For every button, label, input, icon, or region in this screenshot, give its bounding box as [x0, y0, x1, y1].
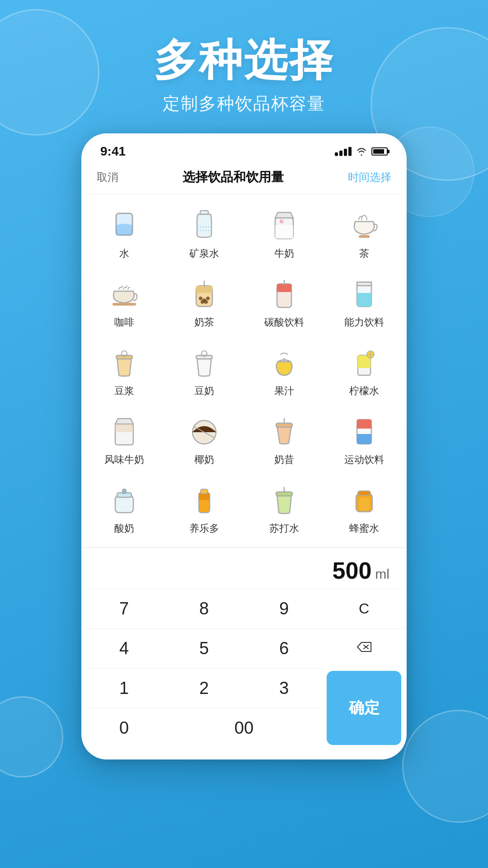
drink-label-mineral: 矿泉水 — [189, 247, 219, 260]
honey-water-icon — [346, 481, 382, 517]
drink-label-lemon-water: 柠檬水 — [349, 384, 379, 398]
drink-label-flavored-milk: 风味牛奶 — [104, 453, 144, 467]
num-1-button[interactable]: 1 — [84, 668, 164, 708]
drink-label-juice: 果汁 — [274, 384, 294, 398]
drink-item-milk[interactable]: M 牛奶 — [244, 199, 324, 268]
drink-item-soymilk[interactable]: 豆奶 — [164, 336, 244, 405]
svg-point-16 — [204, 300, 208, 304]
svg-point-14 — [206, 297, 210, 300]
cancel-button[interactable]: 取消 — [97, 170, 118, 184]
drink-item-sports[interactable]: 运动饮料 — [324, 405, 404, 474]
milk-tea-icon — [186, 275, 222, 311]
confirm-button[interactable]: 确定 — [327, 671, 401, 745]
lemon-water-icon — [346, 344, 382, 380]
drink-label-soymilk: 豆奶 — [194, 384, 214, 398]
svg-text:M: M — [280, 219, 283, 224]
amount-unit: ml — [375, 566, 389, 582]
svg-rect-18 — [277, 284, 291, 292]
hero-section: 多种选择 定制多种饮品杯容量 — [0, 0, 488, 133]
drink-label-smoothie: 奶昔 — [274, 453, 294, 467]
svg-rect-21 — [357, 293, 371, 307]
num-00-button[interactable]: 00 — [164, 708, 324, 748]
svg-rect-48 — [201, 489, 208, 494]
coffee-icon — [106, 275, 142, 311]
drink-item-lemon-water[interactable]: 柠檬水 — [324, 336, 404, 405]
svg-rect-35 — [115, 424, 133, 432]
soda-water-icon — [266, 481, 302, 517]
svg-rect-45 — [122, 489, 126, 494]
svg-rect-8 — [113, 303, 136, 306]
battery-icon — [371, 147, 388, 156]
drink-label-soymilk-warm: 豆浆 — [114, 384, 134, 398]
nav-title: 选择饮品和饮用量 — [183, 169, 284, 186]
hero-subtitle: 定制多种饮品杯容量 — [0, 92, 488, 115]
drink-label-yogurt: 酸奶 — [114, 522, 134, 535]
drink-item-energy[interactable]: 能力饮料 — [324, 268, 404, 336]
num-5-button[interactable]: 5 — [164, 628, 244, 668]
svg-rect-7 — [359, 235, 370, 238]
amount-value: 500 — [333, 557, 372, 584]
drink-label-honey-water: 蜂蜜水 — [349, 522, 379, 535]
drink-item-yakult[interactable]: 养乐多 — [164, 474, 244, 542]
svg-rect-22 — [357, 282, 371, 286]
nav-header: 取消 选择饮品和饮用量 时间选择 — [84, 162, 404, 194]
svg-rect-43 — [115, 495, 133, 513]
drink-item-mineral[interactable]: 矿泉水 — [164, 199, 244, 268]
drink-item-flavored-milk[interactable]: 风味牛奶 — [84, 405, 164, 474]
num-4-button[interactable]: 4 — [84, 628, 164, 668]
drink-item-yogurt[interactable]: 酸奶 — [84, 474, 164, 542]
num-3-button[interactable]: 3 — [244, 668, 324, 708]
drink-label-coffee: 咖啡 — [114, 316, 134, 329]
wifi-icon — [356, 147, 367, 156]
juice-icon — [266, 344, 302, 380]
drink-item-honey-water[interactable]: 蜂蜜水 — [324, 474, 404, 542]
num-6-button[interactable]: 6 — [244, 628, 324, 668]
drink-grid: 水 矿泉水 — [84, 194, 404, 547]
yogurt-icon — [106, 481, 142, 517]
drink-label-sports: 运动饮料 — [344, 453, 384, 467]
svg-point-15 — [201, 300, 204, 304]
drink-item-water[interactable]: 水 — [84, 199, 164, 268]
svg-rect-5 — [275, 225, 293, 239]
num-0-button[interactable]: 0 — [84, 708, 164, 748]
num-7-button[interactable]: 7 — [84, 589, 164, 628]
drink-item-smoothie[interactable]: 奶昔 — [244, 405, 324, 474]
milk-icon: M — [266, 206, 302, 242]
soda-icon — [266, 275, 302, 311]
time-select-button[interactable]: 时间选择 — [348, 170, 391, 184]
drink-item-coffee[interactable]: 咖啡 — [84, 268, 164, 336]
numpad: 7 8 9 C 4 5 6 1 2 3 确定 0 00 — [84, 589, 404, 757]
delete-button[interactable] — [324, 628, 404, 668]
clear-button[interactable]: C — [324, 589, 404, 628]
amount-display: 500 ml — [84, 548, 404, 589]
num-8-button[interactable]: 8 — [164, 589, 244, 628]
num-9-button[interactable]: 9 — [244, 589, 324, 628]
svg-rect-52 — [358, 491, 371, 495]
svg-point-12 — [199, 297, 202, 300]
yakult-icon — [186, 481, 222, 517]
drink-item-juice[interactable]: 果汁 — [244, 336, 324, 405]
drink-label-milk: 牛奶 — [274, 247, 294, 260]
phone-mockup: 9:41 取消 选择饮品和饮用量 时间选择 — [0, 133, 488, 760]
mineral-water-icon — [186, 206, 222, 242]
coconut-milk-icon — [186, 412, 222, 448]
water-icon — [106, 206, 142, 242]
tea-icon — [346, 206, 382, 242]
status-icons — [335, 147, 388, 156]
status-time: 9:41 — [100, 144, 126, 159]
svg-marker-34 — [115, 419, 133, 424]
drink-item-soda[interactable]: 碳酸饮料 — [244, 268, 324, 336]
svg-rect-42 — [357, 434, 371, 444]
drink-item-soymilk-warm[interactable]: 豆浆 — [84, 336, 164, 405]
signal-icon — [335, 147, 352, 156]
drink-item-milk-tea[interactable]: 奶茶 — [164, 268, 244, 336]
drink-item-soda-water[interactable]: 苏打水 — [244, 474, 324, 542]
num-2-button[interactable]: 2 — [164, 668, 244, 708]
svg-rect-41 — [357, 420, 371, 429]
sports-drink-icon — [346, 412, 382, 448]
soymilk-warm-icon — [106, 344, 142, 380]
drink-item-tea[interactable]: 茶 — [324, 199, 404, 268]
smoothie-icon — [266, 412, 302, 448]
drink-item-coconut[interactable]: 椰奶 — [164, 405, 244, 474]
flavored-milk-icon — [106, 412, 142, 448]
